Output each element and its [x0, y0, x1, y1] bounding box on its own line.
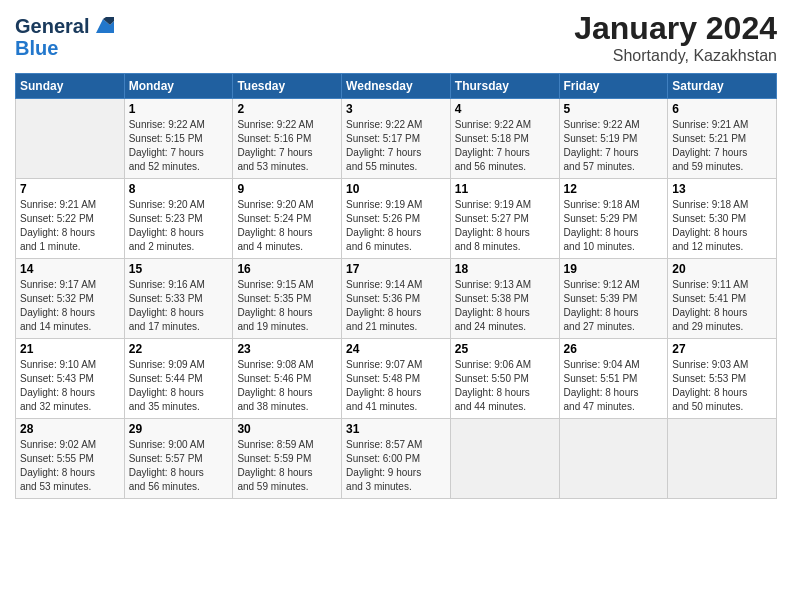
col-wednesday: Wednesday: [342, 74, 451, 99]
calendar-cell: 29Sunrise: 9:00 AM Sunset: 5:57 PM Dayli…: [124, 419, 233, 499]
day-number: 26: [564, 342, 664, 356]
day-info: Sunrise: 9:22 AM Sunset: 5:15 PM Dayligh…: [129, 118, 229, 174]
calendar-cell: 21Sunrise: 9:10 AM Sunset: 5:43 PM Dayli…: [16, 339, 125, 419]
calendar-cell: 12Sunrise: 9:18 AM Sunset: 5:29 PM Dayli…: [559, 179, 668, 259]
logo-blue: Blue: [15, 37, 58, 59]
day-number: 4: [455, 102, 555, 116]
logo: General Blue: [15, 15, 114, 59]
calendar-cell: 9Sunrise: 9:20 AM Sunset: 5:24 PM Daylig…: [233, 179, 342, 259]
day-number: 8: [129, 182, 229, 196]
calendar-cell: 17Sunrise: 9:14 AM Sunset: 5:36 PM Dayli…: [342, 259, 451, 339]
day-info: Sunrise: 9:15 AM Sunset: 5:35 PM Dayligh…: [237, 278, 337, 334]
day-info: Sunrise: 9:11 AM Sunset: 5:41 PM Dayligh…: [672, 278, 772, 334]
col-thursday: Thursday: [450, 74, 559, 99]
month-year: January 2024: [574, 10, 777, 47]
col-tuesday: Tuesday: [233, 74, 342, 99]
day-info: Sunrise: 9:08 AM Sunset: 5:46 PM Dayligh…: [237, 358, 337, 414]
calendar-cell: 7Sunrise: 9:21 AM Sunset: 5:22 PM Daylig…: [16, 179, 125, 259]
day-info: Sunrise: 9:06 AM Sunset: 5:50 PM Dayligh…: [455, 358, 555, 414]
calendar-table: Sunday Monday Tuesday Wednesday Thursday…: [15, 73, 777, 499]
day-info: Sunrise: 9:21 AM Sunset: 5:21 PM Dayligh…: [672, 118, 772, 174]
calendar-cell: 22Sunrise: 9:09 AM Sunset: 5:44 PM Dayli…: [124, 339, 233, 419]
calendar-cell: 5Sunrise: 9:22 AM Sunset: 5:19 PM Daylig…: [559, 99, 668, 179]
main-container: General Blue January 2024 Shortandy, Kaz…: [0, 0, 792, 509]
calendar-cell: 16Sunrise: 9:15 AM Sunset: 5:35 PM Dayli…: [233, 259, 342, 339]
calendar-week-5: 28Sunrise: 9:02 AM Sunset: 5:55 PM Dayli…: [16, 419, 777, 499]
day-number: 28: [20, 422, 120, 436]
title-block: January 2024 Shortandy, Kazakhstan: [574, 10, 777, 65]
day-info: Sunrise: 9:20 AM Sunset: 5:24 PM Dayligh…: [237, 198, 337, 254]
calendar-cell: [16, 99, 125, 179]
calendar-cell: 27Sunrise: 9:03 AM Sunset: 5:53 PM Dayli…: [668, 339, 777, 419]
calendar-cell: 26Sunrise: 9:04 AM Sunset: 5:51 PM Dayli…: [559, 339, 668, 419]
calendar-cell: [450, 419, 559, 499]
calendar-cell: 3Sunrise: 9:22 AM Sunset: 5:17 PM Daylig…: [342, 99, 451, 179]
day-number: 1: [129, 102, 229, 116]
calendar-week-4: 21Sunrise: 9:10 AM Sunset: 5:43 PM Dayli…: [16, 339, 777, 419]
day-info: Sunrise: 9:12 AM Sunset: 5:39 PM Dayligh…: [564, 278, 664, 334]
day-info: Sunrise: 9:00 AM Sunset: 5:57 PM Dayligh…: [129, 438, 229, 494]
day-info: Sunrise: 9:13 AM Sunset: 5:38 PM Dayligh…: [455, 278, 555, 334]
logo-general: General: [15, 15, 89, 37]
day-number: 27: [672, 342, 772, 356]
calendar-week-2: 7Sunrise: 9:21 AM Sunset: 5:22 PM Daylig…: [16, 179, 777, 259]
day-info: Sunrise: 9:18 AM Sunset: 5:29 PM Dayligh…: [564, 198, 664, 254]
calendar-cell: 20Sunrise: 9:11 AM Sunset: 5:41 PM Dayli…: [668, 259, 777, 339]
calendar-cell: 19Sunrise: 9:12 AM Sunset: 5:39 PM Dayli…: [559, 259, 668, 339]
day-number: 23: [237, 342, 337, 356]
col-monday: Monday: [124, 74, 233, 99]
col-friday: Friday: [559, 74, 668, 99]
calendar-cell: 30Sunrise: 8:59 AM Sunset: 5:59 PM Dayli…: [233, 419, 342, 499]
day-info: Sunrise: 9:10 AM Sunset: 5:43 PM Dayligh…: [20, 358, 120, 414]
col-sunday: Sunday: [16, 74, 125, 99]
day-number: 11: [455, 182, 555, 196]
header-row: Sunday Monday Tuesday Wednesday Thursday…: [16, 74, 777, 99]
calendar-cell: 8Sunrise: 9:20 AM Sunset: 5:23 PM Daylig…: [124, 179, 233, 259]
col-saturday: Saturday: [668, 74, 777, 99]
day-number: 12: [564, 182, 664, 196]
day-number: 5: [564, 102, 664, 116]
day-number: 20: [672, 262, 772, 276]
calendar-cell: 18Sunrise: 9:13 AM Sunset: 5:38 PM Dayli…: [450, 259, 559, 339]
day-number: 18: [455, 262, 555, 276]
day-info: Sunrise: 9:20 AM Sunset: 5:23 PM Dayligh…: [129, 198, 229, 254]
calendar-cell: 6Sunrise: 9:21 AM Sunset: 5:21 PM Daylig…: [668, 99, 777, 179]
calendar-cell: [668, 419, 777, 499]
calendar-week-1: 1Sunrise: 9:22 AM Sunset: 5:15 PM Daylig…: [16, 99, 777, 179]
day-number: 31: [346, 422, 446, 436]
calendar-cell: 2Sunrise: 9:22 AM Sunset: 5:16 PM Daylig…: [233, 99, 342, 179]
calendar-cell: 10Sunrise: 9:19 AM Sunset: 5:26 PM Dayli…: [342, 179, 451, 259]
day-info: Sunrise: 9:22 AM Sunset: 5:16 PM Dayligh…: [237, 118, 337, 174]
calendar-cell: 4Sunrise: 9:22 AM Sunset: 5:18 PM Daylig…: [450, 99, 559, 179]
day-number: 2: [237, 102, 337, 116]
day-number: 16: [237, 262, 337, 276]
logo-icon: [92, 15, 114, 37]
day-number: 29: [129, 422, 229, 436]
day-info: Sunrise: 9:19 AM Sunset: 5:26 PM Dayligh…: [346, 198, 446, 254]
day-info: Sunrise: 9:19 AM Sunset: 5:27 PM Dayligh…: [455, 198, 555, 254]
calendar-cell: 15Sunrise: 9:16 AM Sunset: 5:33 PM Dayli…: [124, 259, 233, 339]
day-info: Sunrise: 9:03 AM Sunset: 5:53 PM Dayligh…: [672, 358, 772, 414]
day-number: 30: [237, 422, 337, 436]
day-info: Sunrise: 9:09 AM Sunset: 5:44 PM Dayligh…: [129, 358, 229, 414]
calendar-cell: [559, 419, 668, 499]
calendar-cell: 24Sunrise: 9:07 AM Sunset: 5:48 PM Dayli…: [342, 339, 451, 419]
day-number: 21: [20, 342, 120, 356]
day-number: 7: [20, 182, 120, 196]
calendar-cell: 31Sunrise: 8:57 AM Sunset: 6:00 PM Dayli…: [342, 419, 451, 499]
day-number: 9: [237, 182, 337, 196]
calendar-cell: 11Sunrise: 9:19 AM Sunset: 5:27 PM Dayli…: [450, 179, 559, 259]
day-info: Sunrise: 9:22 AM Sunset: 5:17 PM Dayligh…: [346, 118, 446, 174]
calendar-cell: 28Sunrise: 9:02 AM Sunset: 5:55 PM Dayli…: [16, 419, 125, 499]
day-number: 15: [129, 262, 229, 276]
day-number: 22: [129, 342, 229, 356]
day-info: Sunrise: 9:22 AM Sunset: 5:19 PM Dayligh…: [564, 118, 664, 174]
day-number: 24: [346, 342, 446, 356]
day-info: Sunrise: 9:02 AM Sunset: 5:55 PM Dayligh…: [20, 438, 120, 494]
day-number: 14: [20, 262, 120, 276]
day-info: Sunrise: 9:17 AM Sunset: 5:32 PM Dayligh…: [20, 278, 120, 334]
day-number: 3: [346, 102, 446, 116]
calendar-cell: 23Sunrise: 9:08 AM Sunset: 5:46 PM Dayli…: [233, 339, 342, 419]
day-number: 19: [564, 262, 664, 276]
day-info: Sunrise: 9:04 AM Sunset: 5:51 PM Dayligh…: [564, 358, 664, 414]
